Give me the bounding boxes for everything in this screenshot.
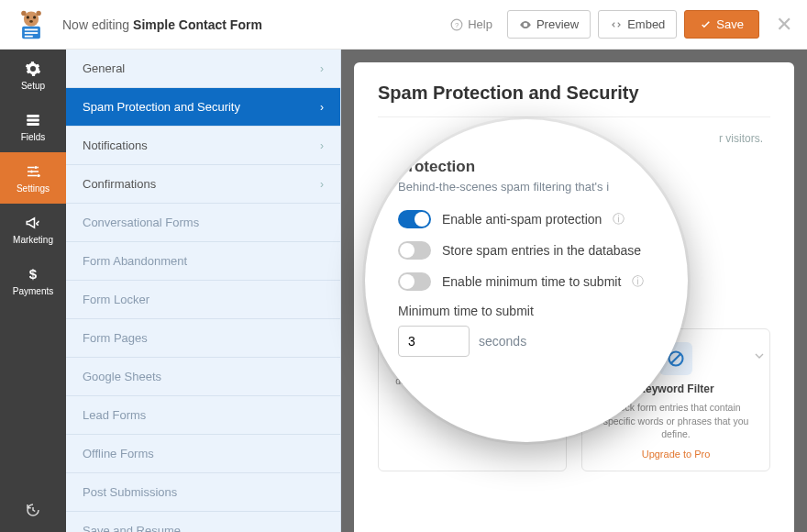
keyword-filter-upgrade-link[interactable]: Upgrade to Pro bbox=[595, 449, 757, 460]
settings-item-general[interactable]: General› bbox=[66, 50, 340, 88]
help-icon[interactable]: ⓘ bbox=[632, 273, 644, 290]
eye-icon bbox=[519, 18, 532, 31]
chevron-right-icon: › bbox=[320, 101, 324, 114]
toggle-row-antispam: Enable anti-spam protection ⓘ bbox=[398, 210, 660, 228]
settings-item-form-locker[interactable]: Form Locker bbox=[66, 281, 340, 319]
settings-item-label: Offline Forms bbox=[83, 447, 154, 460]
min-time-label: Enable minimum time to submit bbox=[442, 274, 621, 289]
rail-fields-label: Fields bbox=[21, 132, 46, 142]
help-label: Help bbox=[468, 17, 492, 31]
svg-point-5 bbox=[36, 10, 40, 15]
min-time-toggle[interactable] bbox=[398, 272, 431, 291]
svg-point-3 bbox=[29, 20, 33, 23]
svg-rect-14 bbox=[27, 123, 39, 126]
gear-icon bbox=[25, 61, 41, 77]
settings-item-conversational-forms[interactable]: Conversational Forms bbox=[66, 204, 340, 242]
svg-rect-7 bbox=[25, 28, 38, 30]
settings-item-label: Notifications bbox=[83, 139, 148, 152]
save-label: Save bbox=[716, 17, 744, 31]
toggle-row-store: Store spam entries in the database bbox=[398, 241, 660, 260]
svg-point-16 bbox=[30, 170, 33, 172]
topbar-actions: ? Help Preview Embed Save ✕ bbox=[450, 10, 792, 39]
settings-item-lead-forms[interactable]: Lead Forms bbox=[66, 396, 340, 435]
svg-point-15 bbox=[35, 166, 38, 169]
left-rail: Setup Fields Settings Marketing $ Paymen… bbox=[0, 50, 66, 532]
panel-heading: Spam Protection and Security bbox=[378, 83, 770, 117]
rail-marketing-label: Marketing bbox=[13, 235, 53, 245]
antispam-label: Enable anti-spam protection bbox=[442, 212, 602, 227]
settings-item-label: Spam Protection and Security bbox=[83, 100, 240, 114]
help-link[interactable]: ? Help bbox=[450, 17, 492, 31]
svg-rect-12 bbox=[27, 115, 39, 117]
settings-item-post-submissions[interactable]: Post Submissions bbox=[66, 473, 340, 512]
check-icon bbox=[700, 18, 712, 30]
help-icon: ? bbox=[450, 18, 463, 31]
sliders-icon bbox=[25, 163, 41, 180]
svg-point-2 bbox=[33, 16, 36, 18]
editing-prefix: Now editing bbox=[62, 17, 133, 32]
form-name: Simple Contact Form bbox=[133, 17, 262, 32]
store-spam-label: Store spam entries in the database bbox=[442, 243, 641, 258]
settings-item-label: Conversational Forms bbox=[83, 216, 199, 229]
rail-payments-label: Payments bbox=[13, 286, 53, 296]
settings-item-google-sheets[interactable]: Google Sheets bbox=[66, 358, 340, 396]
history-icon bbox=[25, 502, 41, 518]
close-icon[interactable]: ✕ bbox=[776, 13, 792, 37]
topbar: Now editing Simple Contact Form ? Help P… bbox=[0, 0, 807, 50]
help-icon[interactable]: ⓘ bbox=[613, 211, 625, 227]
rail-marketing[interactable]: Marketing bbox=[0, 204, 66, 255]
settings-item-label: Lead Forms bbox=[83, 408, 146, 422]
svg-line-20 bbox=[671, 354, 680, 363]
preview-button[interactable]: Preview bbox=[507, 10, 591, 39]
svg-text:$: $ bbox=[29, 266, 38, 282]
embed-button[interactable]: Embed bbox=[598, 10, 677, 39]
rail-setup[interactable]: Setup bbox=[0, 50, 66, 101]
min-time-field-label: Minimum time to submit bbox=[398, 304, 660, 318]
settings-item-label: Post Submissions bbox=[83, 485, 177, 499]
settings-item-confirmations[interactable]: Confirmations› bbox=[66, 165, 340, 204]
bullhorn-icon bbox=[25, 215, 41, 231]
settings-item-label: General bbox=[83, 61, 125, 75]
settings-item-form-abandonment[interactable]: Form Abandonment bbox=[66, 242, 340, 281]
save-button[interactable]: Save bbox=[684, 10, 759, 39]
settings-item-label: Confirmations bbox=[83, 177, 156, 191]
magnify-overlay: Protection Behind-the-scenes spam filter… bbox=[365, 119, 688, 442]
min-time-field: Minimum time to submit seconds bbox=[398, 304, 660, 357]
protection-subheading: Behind-the-scenes spam filtering that's … bbox=[398, 180, 660, 194]
settings-item-form-pages[interactable]: Form Pages bbox=[66, 319, 340, 358]
embed-label: Embed bbox=[627, 17, 665, 31]
settings-item-notifications[interactable]: Notifications› bbox=[66, 127, 340, 165]
store-spam-toggle[interactable] bbox=[398, 241, 431, 260]
svg-text:?: ? bbox=[455, 20, 459, 28]
history-button[interactable] bbox=[0, 488, 66, 532]
preview-label: Preview bbox=[536, 17, 579, 31]
settings-item-label: Save and Resume bbox=[83, 524, 181, 532]
svg-rect-9 bbox=[25, 35, 33, 37]
settings-list: General›Spam Protection and Security›Not… bbox=[66, 50, 341, 532]
settings-item-save-and-resume[interactable]: Save and Resume bbox=[66, 512, 340, 532]
svg-point-4 bbox=[21, 10, 26, 15]
rail-settings-label: Settings bbox=[17, 183, 50, 194]
dollar-icon: $ bbox=[25, 266, 41, 283]
svg-rect-8 bbox=[25, 32, 38, 34]
toggle-row-min-time: Enable minimum time to submit ⓘ bbox=[398, 272, 660, 291]
settings-item-label: Form Locker bbox=[83, 293, 149, 306]
settings-item-label: Form Abandonment bbox=[83, 254, 187, 268]
chevron-right-icon: › bbox=[320, 178, 324, 191]
editing-label: Now editing Simple Contact Form bbox=[62, 17, 262, 32]
settings-item-spam-protection-and-security[interactable]: Spam Protection and Security› bbox=[66, 88, 340, 127]
rail-setup-label: Setup bbox=[21, 81, 45, 91]
wpforms-logo-icon bbox=[15, 8, 48, 41]
fields-icon bbox=[25, 112, 41, 128]
min-time-input[interactable] bbox=[398, 326, 470, 357]
svg-rect-13 bbox=[27, 118, 39, 121]
code-icon bbox=[610, 18, 623, 31]
chevron-right-icon: › bbox=[320, 62, 324, 75]
rail-settings[interactable]: Settings bbox=[0, 152, 66, 204]
antispam-toggle[interactable] bbox=[398, 210, 431, 228]
rail-payments[interactable]: $ Payments bbox=[0, 255, 66, 306]
seconds-label: seconds bbox=[479, 334, 526, 349]
svg-point-17 bbox=[38, 174, 40, 177]
rail-fields[interactable]: Fields bbox=[0, 101, 66, 152]
settings-item-offline-forms[interactable]: Offline Forms bbox=[66, 435, 340, 473]
